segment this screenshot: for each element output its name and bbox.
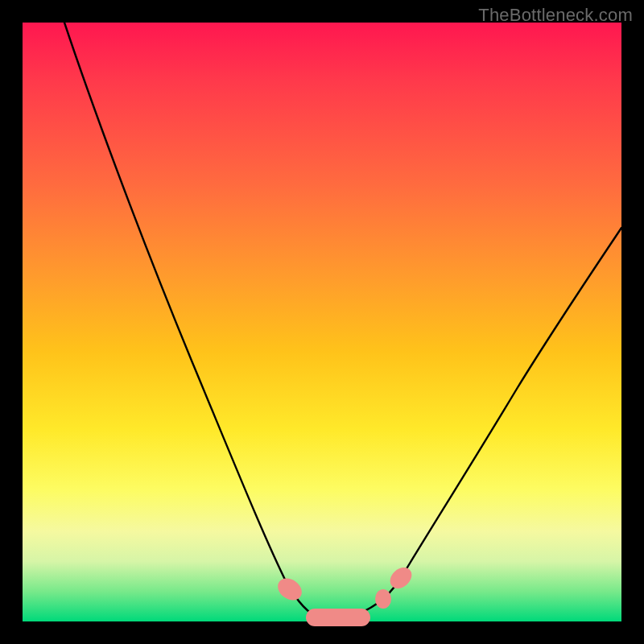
- marker-valley-floor: [306, 609, 370, 626]
- marker-valley-left: [274, 574, 306, 605]
- marker-valley-right-2: [386, 564, 415, 592]
- bottleneck-curve-svg: [23, 23, 621, 621]
- plot-area: [23, 23, 621, 621]
- marker-valley-right: [375, 589, 391, 609]
- bottleneck-curve: [64, 23, 621, 618]
- chart-frame: TheBottleneck.com: [0, 0, 644, 644]
- valley-markers: [274, 564, 415, 626]
- watermark-text: TheBottleneck.com: [478, 5, 633, 26]
